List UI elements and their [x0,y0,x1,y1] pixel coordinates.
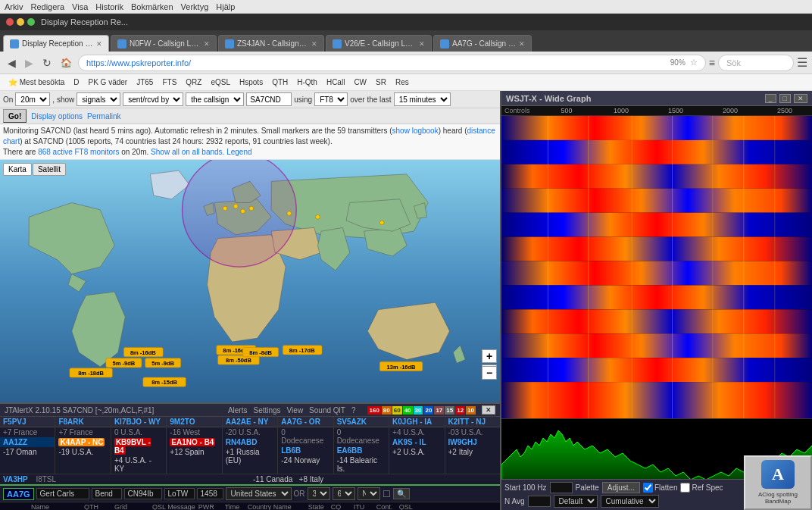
jta-close-button[interactable]: ✕ [482,405,495,415]
col3-sub-callsign[interactable]: KB9BVL - B4 [114,438,151,455]
bookmark-pk-gvader[interactable]: PK G väder [85,77,132,87]
bookmark-fts[interactable]: FTS [158,77,180,87]
filter-select[interactable]: the callsign [186,92,244,106]
bookmark-hspots[interactable]: Hspots [236,77,267,87]
col8-sub-callsign[interactable]: AK9S - IL [392,438,426,446]
entry-itu-select[interactable]: 6 [333,487,355,500]
jta-nav-help[interactable]: ? [351,406,356,415]
wsjt-minimize-btn[interactable]: _ [765,94,776,103]
entry-qth-field[interactable] [92,488,122,499]
tab-2[interactable]: N0FW - Callsign Look... ✕ [111,35,217,52]
bookmark-sr[interactable]: SR [372,77,390,87]
show-all-link[interactable]: Show all on all bands. [151,148,224,156]
bookmark-icon[interactable]: ☆ [690,58,698,67]
bookmark-res[interactable]: Res [392,77,413,87]
map-satellit-button[interactable]: Satellit [33,163,66,176]
tab-2-close[interactable]: ✕ [204,40,210,48]
cumulative-select[interactable]: Cumulative [601,495,659,508]
tab-1[interactable]: Display Reception Re... ✕ [3,35,109,52]
start-hz-input[interactable] [550,482,573,493]
aclog-icon[interactable]: A [761,460,795,489]
default-select[interactable]: Default [554,495,598,508]
go-button[interactable]: Go! [3,109,27,123]
col9-callsign[interactable]: K2ITT - NJ [448,418,486,426]
menu-arkiv[interactable]: Arkiv [5,2,23,11]
bookmark-most-visited[interactable]: ⭐ Mest besökta [5,77,68,87]
col7-sub-callsign[interactable]: EA6BB [337,446,363,455]
entry-search-button[interactable]: 🔍 [393,488,410,499]
bookmark-qth[interactable]: QTH [268,77,292,87]
minimize-btn[interactable] [17,18,24,26]
time-select[interactable]: 15 minutes [394,92,451,106]
map-karta-button[interactable]: Karta [3,163,32,176]
bookmark-hqth[interactable]: H-Qth [293,77,321,87]
close-btn[interactable] [6,18,14,26]
maximize-btn[interactable] [27,18,35,26]
permalink-link[interactable]: Permalink [87,112,120,120]
col4-sub-callsign[interactable]: EA1NO - B4 [170,438,215,446]
bookmark-d[interactable]: D [70,77,83,87]
tab-5[interactable]: AA7G - Callsign Look... ✕ [433,35,532,52]
jta-nav-view[interactable]: View [287,406,304,415]
tab-4-close[interactable]: ✕ [419,40,425,48]
entry-qsl-checkbox-icon[interactable]: ☐ [383,489,391,499]
wsjt-close-btn[interactable]: ✕ [794,94,807,103]
bookmark-eqsl[interactable]: eQSL [207,77,234,87]
menu-visa[interactable]: Visa [72,2,88,11]
search-bar[interactable]: Sök [718,55,794,71]
col2-sub-callsign[interactable]: K4AAP - NC [58,438,105,446]
callsign-input[interactable] [246,92,292,106]
flatten-checkbox[interactable] [643,483,653,493]
jta-nav-sound[interactable]: Sound QlT [309,406,345,415]
jta-nav-alerts[interactable]: Alerts [228,406,248,415]
zoom-out-button[interactable]: − [482,366,497,380]
menu-bokmarken[interactable]: Bokmärken [131,2,173,11]
tab-5-close[interactable]: ✕ [519,40,525,48]
display-options-link[interactable]: Display options [31,112,83,120]
entry-cq-select[interactable]: 3 [308,487,330,500]
col8-callsign[interactable]: K0JGH - IA [392,418,432,426]
tab-3[interactable]: ZS4JAN - Callsign Loo... ✕ [218,35,324,52]
sync-icon[interactable]: ≡ [709,57,715,69]
menu-historik[interactable]: Historik [95,2,123,11]
legend-link[interactable]: Legend [226,148,251,156]
home-button[interactable]: 🏠 [58,56,75,70]
bookmark-qrz[interactable]: QRZ [182,77,205,87]
entry-country-select[interactable]: United States [226,487,292,500]
direction-select[interactable]: sent/rcvd by [123,92,183,106]
col6-sub-callsign[interactable]: LB6B [281,446,301,455]
bookmark-hcall[interactable]: HCall [323,77,348,87]
entry-grid-field[interactable] [124,488,162,499]
entry-callsign[interactable]: AA7G [3,488,34,500]
reload-button[interactable]: ↻ [39,55,55,70]
show-select[interactable]: signals [77,92,120,106]
world-map-svg[interactable]: 8m -18dB 8m -15dB 5m -9dB 8m -16dB 8m -1… [0,160,500,402]
forward-button[interactable]: ▶ [22,55,36,70]
entry-name-field[interactable] [36,488,89,499]
wsjt-maximize-btn[interactable]: □ [779,94,791,103]
bookmark-jt65[interactable]: JT65 [133,77,157,87]
col5-callsign[interactable]: AA2AE - NY [226,418,269,426]
col1-sub-callsign[interactable]: AA1ZZ [3,438,27,446]
extra-callsign-1[interactable]: VA3HP [3,475,28,483]
bookmark-cw[interactable]: CW [350,77,370,87]
col5-sub-callsign[interactable]: RN4ABD [226,438,258,446]
active-monitors-link[interactable]: 868 active FT8 monitors [38,148,119,156]
col1-callsign[interactable]: F5PVJ [3,418,27,426]
tab-3-close[interactable]: ✕ [311,40,317,48]
show-logbook-link[interactable]: show logbook [392,127,439,135]
menu-verktyg[interactable]: Verktyg [181,2,209,11]
tab-1-close[interactable]: ✕ [96,40,102,48]
zoom-in-button[interactable]: + [482,349,497,363]
col7-callsign[interactable]: SV5AZK [337,418,367,426]
entry-cont-select[interactable]: NA [358,487,380,500]
menu-icon[interactable]: ☰ [797,55,807,70]
menu-redigera[interactable]: Redigera [30,2,64,11]
menu-hjälp[interactable]: Hjälp [216,2,235,11]
entry-power-field[interactable] [197,488,223,499]
back-button[interactable]: ◀ [5,55,19,70]
n-avg-input[interactable]: 6 [528,496,551,507]
col2-callsign[interactable]: F8ARK [58,418,83,426]
ref-spec-checkbox[interactable] [680,483,690,493]
tab-4[interactable]: V26/E - Callsign Look... ✕ [326,35,432,52]
